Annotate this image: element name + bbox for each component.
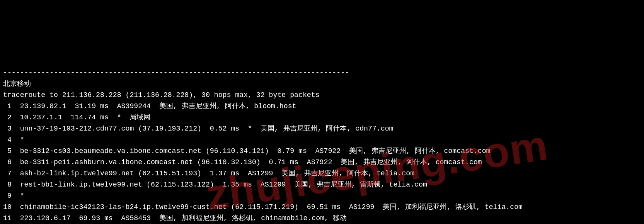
hop-number: 8 xyxy=(3,179,12,190)
hop-line: 223.120.6.17 69.93 ms AS58453 美国, 加利福尼亚州… xyxy=(20,214,347,222)
route-title: 北京移动 xyxy=(3,80,31,88)
hop-line: unn-37-19-193-212.cdn77.com (37.19.193.2… xyxy=(20,125,394,132)
hop-number: 3 xyxy=(3,123,12,134)
hop-number: 4 xyxy=(3,134,12,146)
hop-number: 11 xyxy=(3,213,12,224)
hop-line: * xyxy=(20,136,24,144)
hop-line: * xyxy=(20,192,24,200)
hop-number: 9 xyxy=(3,190,12,202)
hop-number: 2 xyxy=(3,112,12,123)
terminal-output: ----------------------------------------… xyxy=(0,56,644,224)
hop-number: 7 xyxy=(3,168,12,179)
hop-number: 6 xyxy=(3,157,12,168)
hop-line: be-3311-pe11.ashburn.va.ibone.comcast.ne… xyxy=(20,158,482,166)
hop-number: 10 xyxy=(3,202,12,213)
hop-line: be-3312-cs03.beaumeade.va.ibone.comcast.… xyxy=(20,147,491,155)
hop-line: 10.237.1.1 114.74 ms * 局域网 xyxy=(20,114,151,121)
hop-line: ash-b2-link.ip.twelve99.net (62.115.51.1… xyxy=(20,170,414,177)
hop-line: rest-bb1-link.ip.twelve99.net (62.115.12… xyxy=(20,181,427,188)
hop-line: 23.139.82.1 31.19 ms AS399244 美国, 弗吉尼亚州,… xyxy=(20,102,296,110)
traceroute-header: traceroute to 211.136.28.228 (211.136.28… xyxy=(3,91,320,99)
hop-number: 5 xyxy=(3,146,12,157)
hop-number: 1 xyxy=(3,101,12,112)
hop-line: chinamobile-ic342123-las-b24.ip.twelve99… xyxy=(20,203,523,211)
separator-line: ----------------------------------------… xyxy=(3,69,349,76)
